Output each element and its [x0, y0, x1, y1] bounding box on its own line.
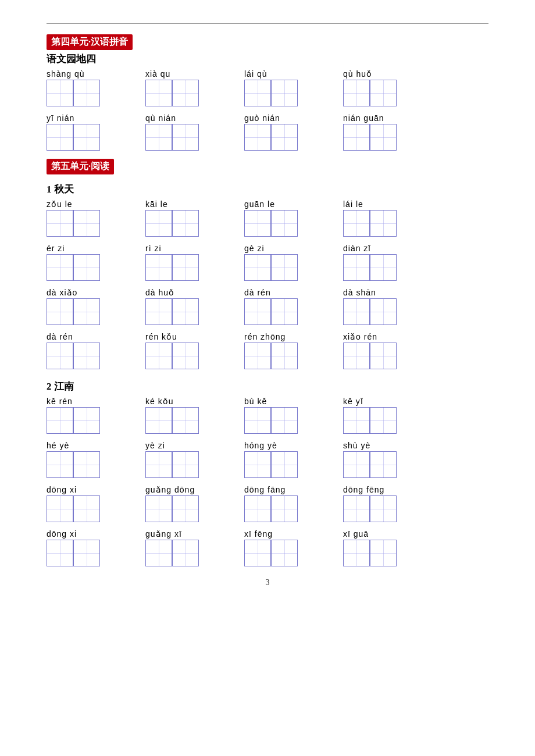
char-box — [172, 451, 199, 478]
char-boxes — [145, 210, 199, 237]
char-box — [73, 495, 100, 522]
char-boxes — [145, 451, 199, 478]
pg-item: dōng fēng — [343, 485, 442, 522]
pinyin-text: rén kǒu — [145, 332, 192, 341]
char-box — [343, 343, 370, 369]
char-boxes — [343, 495, 397, 522]
char-box — [47, 407, 73, 434]
char-box — [172, 124, 199, 151]
char-box — [172, 254, 199, 281]
pinyin-text: diàn zǐ — [343, 244, 390, 253]
char-box — [370, 407, 397, 434]
char-boxes — [47, 124, 100, 151]
char-boxes — [343, 298, 397, 325]
char-box — [370, 451, 397, 478]
char-box — [172, 495, 199, 522]
char-box — [271, 210, 298, 237]
char-box — [271, 254, 298, 281]
pg-item: qù nián — [145, 113, 244, 151]
row-group: dōng xi guǎng xī xī fēng — [47, 529, 488, 566]
char-box — [47, 80, 73, 106]
top-line — [47, 23, 488, 24]
char-box — [244, 298, 271, 325]
pg-item: dà shān — [343, 288, 442, 325]
char-boxes — [343, 540, 397, 566]
char-box — [343, 210, 370, 237]
pinyin-text: kāi le — [145, 199, 192, 209]
char-box — [172, 210, 199, 237]
pg-item: kě rén — [47, 397, 145, 434]
char-box — [145, 298, 172, 325]
section-4-header: 第四单元·汉语拼音 — [47, 34, 133, 50]
pg-item: dōng xi — [47, 529, 145, 566]
pinyin-text: dà shān — [343, 288, 390, 297]
pg-item: yè zi — [145, 441, 244, 478]
pinyin-text: guān le — [244, 199, 291, 209]
char-boxes — [145, 254, 199, 281]
section-5: 第五单元·阅读 1 秋天 zǒu le kāi le — [47, 159, 488, 566]
pinyin-text: bù kě — [244, 397, 291, 406]
pinyin-line: dà rén rén kǒu rén zhōng — [47, 332, 488, 369]
char-boxes — [343, 210, 397, 237]
pinyin-text: yè zi — [145, 441, 192, 450]
row-group: dà xiǎo dà huǒ dà rén — [47, 288, 488, 325]
char-box — [73, 343, 100, 369]
pinyin-text: xī fēng — [244, 529, 291, 539]
char-box — [244, 80, 271, 106]
row-group: ér zi rì zi gè zi — [47, 244, 488, 281]
pinyin-line: yī nián qù nián guò nián — [47, 113, 488, 151]
pg-item: rén kǒu — [145, 332, 244, 369]
pg-item: dōng fāng — [244, 485, 343, 522]
char-box — [370, 540, 397, 566]
char-box — [343, 80, 370, 106]
lesson-2: 2 江南 kě rén ké kǒu — [47, 380, 488, 566]
char-boxes — [244, 451, 298, 478]
pg-item: rì zi — [145, 244, 244, 281]
pg-item: hóng yè — [244, 441, 343, 478]
pg-item: diàn zǐ — [343, 244, 442, 281]
char-box — [73, 254, 100, 281]
pinyin-text: zǒu le — [47, 199, 93, 209]
pg-item: guān le — [244, 199, 343, 237]
pg-item: kāi le — [145, 199, 244, 237]
pg-item: dōng xi — [47, 485, 145, 522]
pinyin-text: dōng fāng — [244, 485, 291, 494]
char-boxes — [343, 343, 397, 369]
char-boxes — [145, 298, 199, 325]
pg-item: ké kǒu — [145, 397, 244, 434]
row-group: kě rén ké kǒu bù kě — [47, 397, 488, 434]
pinyin-line: dōng xi guǎng dōng dōng fāng — [47, 485, 488, 522]
char-box — [244, 407, 271, 434]
pg-item: dà rén — [47, 332, 145, 369]
pg-item: kě yǐ — [343, 397, 442, 434]
char-box — [47, 495, 73, 522]
pinyin-line: dà xiǎo dà huǒ dà rén — [47, 288, 488, 325]
section-5-header: 第五单元·阅读 — [47, 159, 114, 174]
lesson-2-header: 2 江南 — [47, 380, 488, 393]
char-boxes — [47, 495, 100, 522]
pg-item: lái le — [343, 199, 442, 237]
pinyin-text: dà xiǎo — [47, 288, 93, 297]
pinyin-text: lái qù — [244, 69, 291, 79]
char-box — [47, 451, 73, 478]
char-box — [370, 254, 397, 281]
char-box — [73, 210, 100, 237]
char-boxes — [343, 407, 397, 434]
char-box — [343, 254, 370, 281]
char-boxes — [343, 80, 397, 106]
char-box — [370, 80, 397, 106]
pinyin-text: shù yè — [343, 441, 390, 450]
char-box — [370, 124, 397, 151]
char-box — [145, 495, 172, 522]
pinyin-text: qù nián — [145, 113, 192, 123]
char-box — [145, 451, 172, 478]
pg-item: shàng qù — [47, 69, 145, 106]
pinyin-text: qù huǒ — [343, 69, 390, 79]
char-boxes — [244, 540, 298, 566]
pinyin-text: shàng qù — [47, 69, 93, 79]
pg-item: dà xiǎo — [47, 288, 145, 325]
pg-item: guò nián — [244, 113, 343, 151]
pinyin-text: nián guān — [343, 113, 390, 123]
pinyin-text: gè zi — [244, 244, 291, 253]
char-boxes — [47, 80, 100, 106]
